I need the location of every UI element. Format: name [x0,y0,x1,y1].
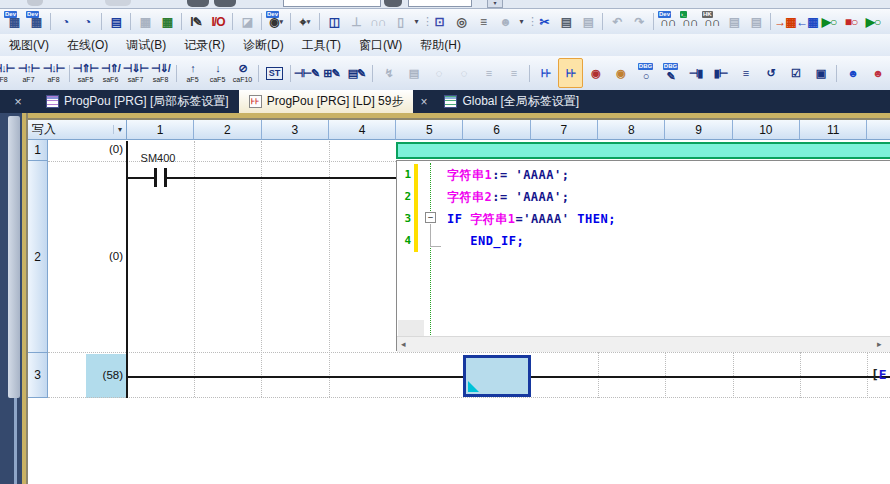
device-jump-dropdown[interactable]: ⌖▾ [294,11,316,32]
step-out-button-glyph: ▮⊢ [714,67,728,80]
edit-comment-button[interactable]: I✎ [185,11,207,32]
inline-st-box-button[interactable]: ST [262,58,287,88]
open-contact-symbol[interactable] [164,168,167,187]
delete-rung-button[interactable]: ⊘caF10 [230,58,255,88]
selected-ladder-cell[interactable] [463,355,531,397]
menu-record[interactable]: 记录(R) [175,34,234,57]
end-instruction[interactable]: [E [871,367,887,382]
wire-tree-active-button-glyph: ⊦⊦ [566,67,575,80]
monitor-write-button[interactable]: ▶○ [862,11,884,32]
clear-button-disabled: ◪ [236,11,258,32]
chevron-down-icon[interactable]: ▾ [307,18,311,26]
scroll-left-icon[interactable]: ◂ [401,339,406,349]
copy-button[interactable]: ▤ [555,11,577,32]
scroll-right-icon[interactable]: ▸ [877,339,882,349]
partial-dropdown-button[interactable]: ▾ [487,0,503,8]
inline-st-editor-popup[interactable]: 1字符串1:= 'AAAA';2字符串2:= 'AAAA';3IF 字符串1='… [396,160,890,351]
monitor-stop-button[interactable]: ■○ [840,11,862,32]
st-token: THEN; [577,212,616,226]
edit-contact-button[interactable]: ⊣⊢✎ [294,58,319,88]
find-instruction-button[interactable]: ›_∩∩ [679,11,701,32]
device-batch-monitor-button[interactable]: Dev▦ [3,11,25,32]
read-from-plc-button[interactable]: ←▦ [796,11,818,32]
dbg-search-button[interactable]: DBG○ [633,58,658,88]
column-header-partial [867,120,890,140]
menu-view[interactable]: 视图(V) [0,34,58,57]
tabbar-close-button[interactable]: × [0,90,36,113]
statement-list-button[interactable]: ☑ [783,58,808,88]
watch-register-button[interactable]: ◔ [76,11,98,32]
row-header-2[interactable]: 2 [28,161,48,353]
tab-close-icon[interactable]: × [413,90,434,113]
sym-falling-pulse-button[interactable]: ⊣↓⊢aF8 [41,58,66,88]
undo-button-disabled-glyph: ↶ [612,15,621,29]
partial-combobox[interactable] [283,0,381,7]
sym-pulse-contact-button[interactable]: ⊣↓⊢F8 [0,58,16,88]
fold-scope-bracket [430,224,441,247]
program-list-button[interactable]: ▤ [105,11,127,32]
mode-selector[interactable]: 写入 ▾ [28,120,127,140]
open-contact-symbol[interactable] [154,168,157,187]
wrap-lines-button[interactable]: ↺ [758,58,783,88]
cross-reference-button[interactable]: ◎ [450,11,472,32]
wire-tree-button[interactable]: ⊦⊦ [533,58,558,88]
edit-coil-button[interactable]: ⊞✎ [319,58,344,88]
sym-falling-pulse-close-button[interactable]: ⊣⇓⊢saF7 [123,58,148,88]
io-check-button[interactable]: I/O [207,11,229,32]
tab-progpou-ladder[interactable]: ⊦⊦ProgPou [PRG] [LD] 59步 [239,90,414,113]
menu-window[interactable]: 窗口(W) [350,34,411,57]
partial-combobox[interactable] [408,0,472,7]
toolbar-overflow-button[interactable]: ▾ [411,17,422,26]
row-header-1[interactable]: 1 [28,140,48,161]
toolbar-overflow-button[interactable]: ▾ [516,17,527,26]
step-in-button[interactable]: ⊣▮ [683,58,708,88]
wire-tree-active-button[interactable]: ⊦⊦ [558,58,583,88]
watch-window-button[interactable]: ◔ [54,11,76,32]
sym-falling-pulse-open-button[interactable]: ⊣⇓/saF8 [148,58,173,88]
dbg-edit-button[interactable]: DBG✎ [658,58,683,88]
row-header-3[interactable]: 3 [28,353,48,398]
sym-falling-pulse-close-button-key-label: saF7 [128,75,144,84]
find-device-button[interactable]: Dev∩∩ [657,11,679,32]
code-fold-toggle[interactable]: − [425,212,436,223]
inline-st-element-selected[interactable] [396,142,890,159]
user-red-button[interactable]: ☻ [865,58,890,88]
sym-rising-pulse-open-button[interactable]: ⊣⇑/saF6 [98,58,123,88]
sheet-edit-button[interactable]: ▦ [156,11,178,32]
sym-rising-pulse-close-button[interactable]: ⊣⇑⊢saF5 [73,58,98,88]
partial-icon [214,0,236,7]
search-amber-button[interactable]: ◉ [608,58,633,88]
write-to-plc-button[interactable]: →▦ [774,11,796,32]
tab-global-labels[interactable]: Global [全局标签设置] [434,90,589,113]
user-blue-button[interactable]: ☻ [840,58,865,88]
window-search-button[interactable]: ◫ [323,11,345,32]
display-target-dropdown[interactable]: Dev◉▾ [265,11,287,32]
step-out-button[interactable]: ▮⊢ [708,58,733,88]
clear-button-disabled-glyph: ◪ [242,15,252,29]
cut-button[interactable]: ✂ [533,11,555,32]
menu-debug[interactable]: 调试(B) [117,34,175,57]
menu-diagnostics[interactable]: 诊断(D) [234,34,293,57]
monitor-start-button[interactable]: ▶○ [818,11,840,32]
st-horizontal-scrollbar[interactable]: ◂ ▸ [397,336,890,352]
chevron-down-icon[interactable]: ▾ [279,18,283,26]
dock-splitter-line [14,398,17,484]
menu-help[interactable]: 帮助(H) [411,34,470,57]
menu-online[interactable]: 在线(O) [58,34,117,57]
comment-box-button[interactable]: ▣ [808,58,833,88]
delete-vertical-line-button[interactable]: ↓caF5 [205,58,230,88]
find-string-button[interactable]: HK∩∩ [701,11,723,32]
menu-tools[interactable]: 工具(T) [293,34,350,57]
insert-row-button-disabled: ≡ [476,58,501,88]
sym-rising-pulse-button[interactable]: ⊣↑⊢aF7 [16,58,41,88]
chevron-down-icon[interactable]: ▾ [113,125,122,134]
edit-block-button[interactable]: ▤✎ [344,58,369,88]
tab-progpou-local-labels[interactable]: ProgPou [PRG] [局部标签设置] [36,90,239,113]
dock-splitter[interactable] [8,116,20,398]
draw-vertical-line-button[interactable]: ↑aF5 [180,58,205,88]
align-lines-button[interactable]: ≡ [733,58,758,88]
window-display-button[interactable]: ⊡ [428,11,450,32]
device-usage-list-button[interactable]: ≡ [472,11,494,32]
search-red-button[interactable]: ◉ [583,58,608,88]
device-monitor-2-button[interactable]: Dev▦ [25,11,47,32]
